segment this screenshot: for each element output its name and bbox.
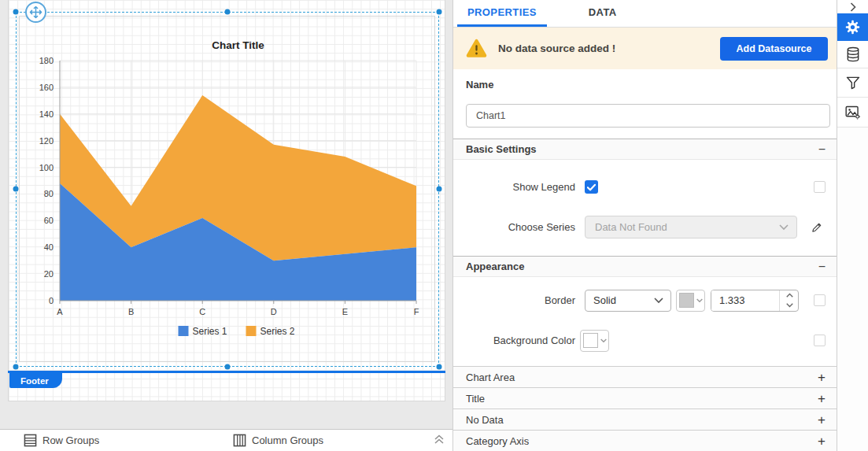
svg-text:Chart Title: Chart Title	[212, 39, 264, 51]
properties-panel: PROPERTIES DATA No data source added ! A…	[452, 0, 837, 451]
column-groups[interactable]: Column Groups	[233, 434, 323, 447]
background-color-picker[interactable]	[580, 330, 609, 352]
row-groups-icon	[24, 434, 37, 447]
section-header-no-data[interactable]: No Data +	[453, 408, 837, 430]
svg-text:160: 160	[39, 83, 54, 92]
name-label: Name	[466, 79, 830, 91]
chevron-down-icon	[654, 298, 663, 304]
edit-series-button[interactable]	[811, 220, 824, 234]
filter-icon	[845, 75, 861, 91]
row-groups-label: Row Groups	[42, 434, 99, 446]
resize-handle[interactable]	[437, 364, 442, 370]
footer-tab-label: Footer	[20, 376, 49, 386]
tab-data[interactable]: DATA	[578, 0, 627, 27]
border-label: Border	[453, 294, 575, 306]
svg-text:F: F	[414, 307, 419, 316]
resize-handle[interactable]	[225, 9, 231, 15]
border-expression-checkbox[interactable]	[814, 294, 826, 306]
tab-properties[interactable]: PROPERTIES	[457, 0, 547, 27]
column-groups-icon	[233, 434, 246, 447]
background-expression-checkbox[interactable]	[814, 335, 826, 346]
svg-text:40: 40	[44, 242, 54, 252]
resize-handle[interactable]	[13, 9, 19, 15]
collapse-icon[interactable]: −	[818, 143, 826, 156]
background-color-label: Background Color	[453, 335, 575, 346]
resize-handle[interactable]	[13, 364, 19, 370]
panel-tabbar: PROPERTIES DATA	[453, 0, 837, 28]
side-toolbar	[837, 0, 868, 451]
resize-handle[interactable]	[225, 364, 231, 370]
chevron-right-icon	[850, 2, 856, 12]
row-groups[interactable]: Row Groups	[24, 434, 99, 447]
border-color-swatch	[679, 293, 694, 308]
svg-text:60: 60	[44, 216, 54, 225]
no-datasource-warning: No data source added ! Add Datasource	[453, 28, 837, 69]
toolbar-filter-button[interactable]	[837, 68, 868, 98]
resize-handle[interactable]	[13, 187, 19, 192]
svg-text:100: 100	[39, 163, 54, 172]
chevron-up-icon	[786, 293, 793, 298]
section-header-appearance[interactable]: Appearance −	[453, 256, 837, 277]
border-color-picker[interactable]	[676, 290, 705, 312]
basic-settings-body: Show Legend Choose Series Data Not Found	[453, 160, 837, 256]
move-handle[interactable]	[25, 2, 46, 23]
toolbar-properties-button[interactable]	[837, 13, 868, 41]
database-icon	[845, 46, 861, 62]
svg-text:C: C	[199, 307, 205, 316]
svg-text:Series 2: Series 2	[260, 326, 295, 337]
footer-separator	[8, 371, 445, 373]
toolbar-datasource-button[interactable]	[837, 41, 868, 68]
chevron-down-icon	[600, 338, 607, 343]
svg-text:140: 140	[39, 109, 54, 119]
toolbar-image-settings-button[interactable]	[837, 98, 868, 128]
svg-text:20: 20	[44, 269, 54, 279]
spinner-down-button[interactable]	[780, 301, 799, 311]
spinner-up-button[interactable]	[780, 290, 799, 301]
gear-icon	[844, 19, 861, 35]
expand-icon[interactable]: +	[818, 413, 826, 427]
svg-text:120: 120	[39, 136, 54, 146]
warning-icon	[466, 39, 487, 58]
chevron-down-icon	[779, 224, 789, 231]
name-section: Name	[453, 69, 837, 139]
show-legend-checkbox[interactable]	[585, 180, 598, 194]
chart[interactable]: 020406080100120140160180ABCDEFChart Titl…	[19, 16, 435, 362]
svg-text:0: 0	[49, 296, 54, 305]
warning-message: No data source added !	[498, 43, 615, 54]
report-designer: 020406080100120140160180ABCDEFChart Titl…	[0, 0, 868, 451]
expand-icon[interactable]: +	[818, 392, 826, 405]
name-input[interactable]	[466, 104, 830, 128]
design-canvas[interactable]: 020406080100120140160180ABCDEFChart Titl…	[0, 0, 452, 451]
expand-icon[interactable]: +	[818, 371, 826, 384]
resize-handle[interactable]	[437, 187, 442, 192]
resize-handle[interactable]	[437, 9, 442, 15]
show-legend-label: Show Legend	[453, 181, 575, 193]
image-settings-icon	[844, 104, 861, 120]
chevron-down-icon	[786, 303, 793, 308]
collapse-panel-button[interactable]	[837, 0, 868, 13]
section-header-category-axis[interactable]: Category Axis +	[453, 430, 837, 451]
choose-series-label: Choose Series	[453, 221, 575, 233]
groups-bar: Row Groups Column Groups	[0, 429, 452, 451]
double-chevron-up-icon	[434, 434, 445, 445]
border-width-value[interactable]	[711, 290, 779, 311]
section-header-basic-settings[interactable]: Basic Settings −	[453, 139, 837, 160]
collapse-icon[interactable]: −	[818, 261, 826, 273]
toolbar-filler	[837, 128, 868, 451]
border-width-input[interactable]	[711, 290, 799, 312]
expand-icon[interactable]: +	[818, 434, 826, 448]
svg-text:Series 1: Series 1	[193, 326, 227, 337]
border-style-select[interactable]: Solid	[585, 290, 671, 312]
choose-series-select[interactable]: Data Not Found	[585, 216, 797, 238]
footer-tab[interactable]: Footer	[9, 373, 62, 388]
svg-text:180: 180	[39, 56, 54, 65]
svg-text:D: D	[271, 307, 277, 316]
add-datasource-button[interactable]: Add Datasource	[720, 37, 828, 61]
collapse-groups-button[interactable]	[434, 434, 445, 445]
background-color-swatch	[583, 333, 598, 348]
section-header-title[interactable]: Title +	[453, 387, 837, 408]
pencil-icon	[811, 220, 824, 234]
show-legend-expression-checkbox[interactable]	[814, 181, 826, 193]
section-header-chart-area[interactable]: Chart Area +	[453, 366, 837, 387]
svg-text:80: 80	[44, 189, 54, 198]
